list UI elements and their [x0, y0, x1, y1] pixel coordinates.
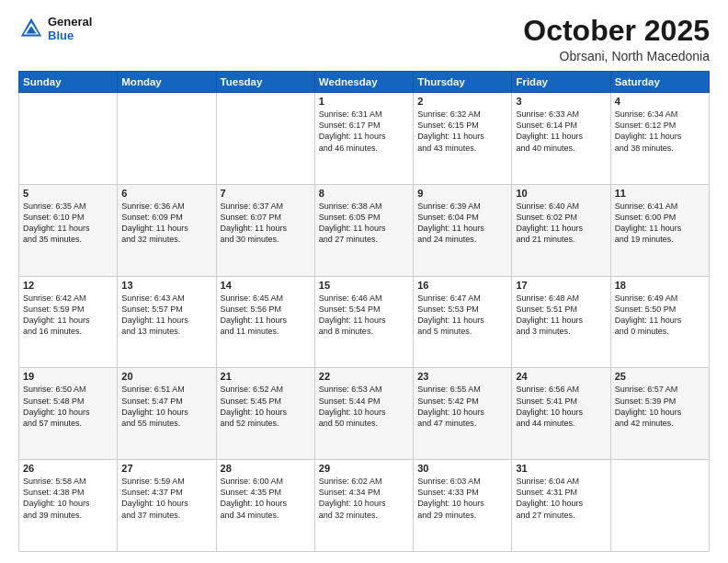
day-info: Sunrise: 6:37 AM Sunset: 6:07 PM Dayligh… — [221, 201, 311, 246]
day-info: Sunrise: 6:47 AM Sunset: 5:53 PM Dayligh… — [417, 293, 507, 338]
day-number: 16 — [417, 280, 507, 291]
calendar-cell: 22Sunrise: 6:53 AM Sunset: 5:44 PM Dayli… — [314, 368, 413, 460]
calendar-cell: 10Sunrise: 6:40 AM Sunset: 6:02 PM Dayli… — [512, 184, 610, 276]
week-row-4: 19Sunrise: 6:50 AM Sunset: 5:48 PM Dayli… — [19, 368, 710, 460]
day-info: Sunrise: 6:53 AM Sunset: 5:44 PM Dayligh… — [319, 384, 409, 429]
day-number: 12 — [23, 280, 113, 291]
day-info: Sunrise: 6:39 AM Sunset: 6:04 PM Dayligh… — [417, 201, 507, 246]
calendar-cell: 8Sunrise: 6:38 AM Sunset: 6:05 PM Daylig… — [314, 184, 413, 276]
calendar-cell: 9Sunrise: 6:39 AM Sunset: 6:04 PM Daylig… — [414, 184, 512, 276]
day-info: Sunrise: 6:50 AM Sunset: 5:48 PM Dayligh… — [23, 384, 113, 429]
calendar-cell: 25Sunrise: 6:57 AM Sunset: 5:39 PM Dayli… — [610, 368, 709, 460]
day-number: 13 — [121, 280, 211, 291]
calendar-cell: 17Sunrise: 6:48 AM Sunset: 5:51 PM Dayli… — [512, 276, 610, 368]
day-info: Sunrise: 6:00 AM Sunset: 4:35 PM Dayligh… — [221, 476, 311, 521]
page: General Blue October 2025 Obrsani, North… — [0, 0, 728, 563]
calendar-cell — [216, 93, 314, 185]
calendar-cell: 14Sunrise: 6:45 AM Sunset: 5:56 PM Dayli… — [216, 276, 314, 368]
header: General Blue October 2025 Obrsani, North… — [18, 15, 710, 63]
calendar-cell: 13Sunrise: 6:43 AM Sunset: 5:57 PM Dayli… — [118, 276, 216, 368]
calendar-cell: 19Sunrise: 6:50 AM Sunset: 5:48 PM Dayli… — [19, 368, 118, 460]
week-row-5: 26Sunrise: 5:58 AM Sunset: 4:38 PM Dayli… — [19, 460, 710, 552]
calendar-cell: 11Sunrise: 6:41 AM Sunset: 6:00 PM Dayli… — [610, 184, 709, 276]
weekday-header-thursday: Thursday — [414, 72, 512, 93]
calendar-cell: 21Sunrise: 6:52 AM Sunset: 5:45 PM Dayli… — [216, 368, 314, 460]
day-number: 1 — [319, 96, 409, 107]
day-number: 20 — [121, 371, 211, 382]
day-number: 24 — [516, 371, 606, 382]
month-title: October 2025 — [523, 15, 710, 47]
calendar-cell: 15Sunrise: 6:46 AM Sunset: 5:54 PM Dayli… — [314, 276, 413, 368]
day-number: 26 — [23, 463, 113, 474]
weekday-header-wednesday: Wednesday — [314, 72, 413, 93]
day-info: Sunrise: 6:55 AM Sunset: 5:42 PM Dayligh… — [417, 384, 507, 429]
day-number: 28 — [221, 463, 311, 474]
calendar-cell: 28Sunrise: 6:00 AM Sunset: 4:35 PM Dayli… — [216, 460, 314, 552]
calendar-cell: 12Sunrise: 6:42 AM Sunset: 5:59 PM Dayli… — [19, 276, 118, 368]
day-number: 3 — [516, 96, 606, 107]
day-number: 2 — [417, 96, 507, 107]
calendar-cell — [118, 93, 216, 185]
day-info: Sunrise: 6:02 AM Sunset: 4:34 PM Dayligh… — [319, 476, 409, 521]
day-info: Sunrise: 6:03 AM Sunset: 4:33 PM Dayligh… — [417, 476, 507, 521]
day-number: 27 — [121, 463, 211, 474]
day-number: 19 — [23, 371, 113, 382]
week-row-1: 1Sunrise: 6:31 AM Sunset: 6:17 PM Daylig… — [19, 93, 710, 185]
logo: General Blue — [18, 15, 92, 42]
logo-text: General Blue — [48, 15, 92, 42]
calendar-cell: 4Sunrise: 6:34 AM Sunset: 6:12 PM Daylig… — [610, 93, 709, 185]
weekday-header-row: SundayMondayTuesdayWednesdayThursdayFrid… — [19, 72, 710, 93]
calendar-cell: 31Sunrise: 6:04 AM Sunset: 4:31 PM Dayli… — [512, 460, 610, 552]
day-number: 11 — [615, 188, 705, 199]
week-row-3: 12Sunrise: 6:42 AM Sunset: 5:59 PM Dayli… — [19, 276, 710, 368]
day-info: Sunrise: 6:35 AM Sunset: 6:10 PM Dayligh… — [23, 201, 113, 246]
day-info: Sunrise: 6:45 AM Sunset: 5:56 PM Dayligh… — [221, 293, 311, 338]
day-number: 6 — [121, 188, 211, 199]
calendar-cell: 6Sunrise: 6:36 AM Sunset: 6:09 PM Daylig… — [118, 184, 216, 276]
day-info: Sunrise: 6:52 AM Sunset: 5:45 PM Dayligh… — [221, 384, 311, 429]
day-info: Sunrise: 5:58 AM Sunset: 4:38 PM Dayligh… — [23, 476, 113, 521]
calendar-cell: 3Sunrise: 6:33 AM Sunset: 6:14 PM Daylig… — [512, 93, 610, 185]
day-number: 5 — [23, 188, 113, 199]
day-info: Sunrise: 6:41 AM Sunset: 6:00 PM Dayligh… — [615, 201, 705, 246]
weekday-header-friday: Friday — [512, 72, 610, 93]
day-info: Sunrise: 6:33 AM Sunset: 6:14 PM Dayligh… — [516, 109, 606, 154]
day-number: 25 — [615, 371, 705, 382]
day-info: Sunrise: 6:38 AM Sunset: 6:05 PM Dayligh… — [319, 201, 409, 246]
day-number: 29 — [319, 463, 409, 474]
calendar-cell: 27Sunrise: 5:59 AM Sunset: 4:37 PM Dayli… — [118, 460, 216, 552]
calendar-cell: 29Sunrise: 6:02 AM Sunset: 4:34 PM Dayli… — [314, 460, 413, 552]
title-block: October 2025 Obrsani, North Macedonia — [523, 15, 710, 63]
calendar-cell — [19, 93, 118, 185]
day-number: 23 — [417, 371, 507, 382]
calendar-cell: 30Sunrise: 6:03 AM Sunset: 4:33 PM Dayli… — [414, 460, 512, 552]
day-info: Sunrise: 6:51 AM Sunset: 5:47 PM Dayligh… — [121, 384, 211, 429]
calendar-cell: 24Sunrise: 6:56 AM Sunset: 5:41 PM Dayli… — [512, 368, 610, 460]
day-info: Sunrise: 6:32 AM Sunset: 6:15 PM Dayligh… — [417, 109, 507, 154]
day-info: Sunrise: 6:40 AM Sunset: 6:02 PM Dayligh… — [516, 201, 606, 246]
day-info: Sunrise: 6:57 AM Sunset: 5:39 PM Dayligh… — [615, 384, 705, 429]
day-info: Sunrise: 6:36 AM Sunset: 6:09 PM Dayligh… — [121, 201, 211, 246]
calendar-cell: 5Sunrise: 6:35 AM Sunset: 6:10 PM Daylig… — [19, 184, 118, 276]
calendar-table: SundayMondayTuesdayWednesdayThursdayFrid… — [18, 71, 710, 552]
weekday-header-tuesday: Tuesday — [216, 72, 314, 93]
day-info: Sunrise: 6:43 AM Sunset: 5:57 PM Dayligh… — [121, 293, 211, 338]
week-row-2: 5Sunrise: 6:35 AM Sunset: 6:10 PM Daylig… — [19, 184, 710, 276]
day-number: 22 — [319, 371, 409, 382]
day-number: 10 — [516, 188, 606, 199]
day-info: Sunrise: 6:46 AM Sunset: 5:54 PM Dayligh… — [319, 293, 409, 338]
day-number: 8 — [319, 188, 409, 199]
day-number: 18 — [615, 280, 705, 291]
calendar-cell: 1Sunrise: 6:31 AM Sunset: 6:17 PM Daylig… — [314, 93, 413, 185]
location: Obrsani, North Macedonia — [523, 49, 710, 63]
day-number: 31 — [516, 463, 606, 474]
day-number: 9 — [417, 188, 507, 199]
calendar-cell — [610, 460, 709, 552]
calendar-cell: 18Sunrise: 6:49 AM Sunset: 5:50 PM Dayli… — [610, 276, 709, 368]
calendar-cell: 2Sunrise: 6:32 AM Sunset: 6:15 PM Daylig… — [414, 93, 512, 185]
day-number: 14 — [221, 280, 311, 291]
calendar-cell: 23Sunrise: 6:55 AM Sunset: 5:42 PM Dayli… — [414, 368, 512, 460]
day-info: Sunrise: 6:49 AM Sunset: 5:50 PM Dayligh… — [615, 293, 705, 338]
day-info: Sunrise: 5:59 AM Sunset: 4:37 PM Dayligh… — [121, 476, 211, 521]
day-info: Sunrise: 6:42 AM Sunset: 5:59 PM Dayligh… — [23, 293, 113, 338]
